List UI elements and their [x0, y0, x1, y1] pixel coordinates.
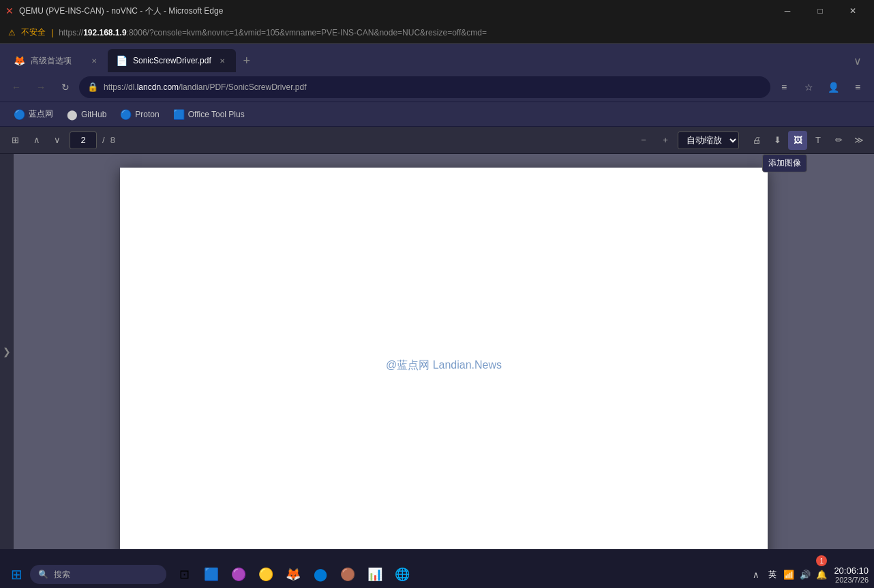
bookmarks-bar: 🔵 蓝点网 ⬤ GitHub 🔵 Proton 🟦 Office Tool Pl…: [0, 102, 874, 127]
insecure-label: 不安全: [21, 27, 46, 38]
settings-button[interactable]: ≡: [847, 76, 869, 98]
taskbar-app-terminal[interactable]: 🟤: [335, 562, 360, 587]
tab-close-pdf[interactable]: ✕: [217, 55, 228, 66]
pdf-page-input[interactable]: [70, 131, 97, 149]
bookmark-label-office: Office Tool Plus: [188, 110, 245, 119]
pdf-zoom-out[interactable]: −: [634, 131, 653, 150]
taskbar-app-fileexplorer[interactable]: 🟦: [199, 562, 224, 587]
clock-time: 20:06:10: [834, 566, 869, 576]
pdf-watermark: @蓝点网 Landian.News: [386, 358, 502, 373]
address-bar[interactable]: 🔒 https://dl.lancdn.com/landian/PDF/Soni…: [79, 76, 770, 98]
pdf-download-button[interactable]: ⬇: [768, 131, 787, 150]
window-controls: ─ □ ✕: [772, 0, 869, 22]
back-button[interactable]: ←: [5, 76, 27, 98]
taskbar: ⊞ 🔍 搜索 ⊡ 🟦 🟣 🟡 🦊 ⬤ 🟤 📊 🌐 ∧ 英 📶 🔊 🔔 1 20:…: [0, 561, 874, 588]
bookmark-icon-github: ⬤: [67, 109, 78, 120]
separator: |: [51, 28, 53, 37]
main-content-area: ❯ @蓝点网 Landian.News: [0, 154, 874, 549]
taskbar-app-monitor[interactable]: 📊: [363, 562, 387, 587]
tab-icon-firefox: 🦊: [14, 55, 25, 66]
bookmark-icon-landianzhan: 🔵: [14, 109, 25, 120]
bookmark-label-landianzhan: 蓝点网: [29, 108, 53, 120]
search-placeholder: 搜索: [54, 569, 70, 581]
nav-actions: ≡ ☆ 👤 ≡: [773, 76, 869, 98]
taskbar-apps: ⊡ 🟦 🟣 🟡 🦊 ⬤ 🟤 📊 🌐: [172, 562, 415, 587]
search-bar[interactable]: 🔍 搜索: [30, 565, 166, 584]
systray-chevron[interactable]: ∧: [749, 568, 763, 581]
nav-bar: ← → ↻ 🔒 https://dl.lancdn.com/landian/PD…: [0, 72, 874, 102]
search-icon: 🔍: [38, 570, 48, 579]
language-indicator[interactable]: 英: [766, 569, 779, 581]
title-bar: ✕ QEMU (PVE-INS-CAN) - noVNC - 个人 - Micr…: [0, 0, 874, 22]
systray-notification[interactable]: 🔔 1: [815, 568, 828, 581]
bookmark-label-proton: Proton: [135, 110, 159, 119]
add-image-tooltip: 添加图像: [762, 154, 807, 172]
lock-icon: 🔒: [87, 82, 98, 92]
system-tray: ∧ 英 📶 🔊 🔔 1: [749, 568, 828, 581]
side-panel-toggle[interactable]: ❯: [0, 154, 14, 549]
pdf-page-total: 8: [110, 135, 115, 145]
bookmark-office-tool[interactable]: 🟦 Office Tool Plus: [168, 106, 250, 123]
window-title: QEMU (PVE-INS-CAN) - noVNC - 个人 - Micros…: [19, 5, 766, 17]
minimize-button[interactable]: ─: [772, 0, 803, 22]
pdf-zoom-select[interactable]: 自动缩放 50% 75% 100% 125% 150%: [678, 131, 739, 149]
forward-button[interactable]: →: [30, 76, 52, 98]
warning-url: https://192.168.1.9:8006/?console=kvm&no…: [59, 28, 487, 37]
maximize-button[interactable]: □: [804, 0, 836, 22]
tab-bar: 🦊 高级首选项 ✕ 📄 SonicScrewDriver.pdf ✕ + ∨: [0, 44, 874, 72]
taskbar-app-folder[interactable]: 🟡: [254, 562, 278, 587]
tab-icon-pdf: 📄: [116, 55, 127, 66]
taskbar-app-videocall[interactable]: 🟣: [226, 562, 251, 587]
bookmark-github[interactable]: ⬤ GitHub: [61, 106, 112, 123]
notification-badge: 1: [816, 555, 827, 566]
pdf-text-select-button[interactable]: T: [809, 131, 828, 150]
taskbar-app-browser2[interactable]: ⬤: [308, 562, 333, 587]
pdf-draw-button[interactable]: ✏: [829, 131, 848, 150]
systray-speaker[interactable]: 🔊: [798, 568, 812, 581]
refresh-button[interactable]: ↻: [55, 76, 76, 98]
pdf-toolbar: ⊞ ∧ ∨ / 8 − + 自动缩放 50% 75% 100% 125% 150…: [0, 127, 874, 154]
pdf-content: @蓝点网 Landian.News: [14, 154, 874, 549]
favorite-button[interactable]: ☆: [798, 76, 819, 98]
pdf-page-separator: /: [100, 135, 108, 145]
taskbar-clock[interactable]: 20:06:10 2023/7/26: [834, 566, 869, 584]
pdf-action-buttons: 🖨 ⬇ 🖼 添加图像 T ✏ ≫: [747, 131, 869, 150]
pdf-more-tools-button[interactable]: ≫: [849, 131, 869, 150]
pdf-sidebar-toggle[interactable]: ⊞: [5, 131, 25, 150]
new-tab-button[interactable]: +: [236, 49, 258, 72]
bookmark-label-github: GitHub: [81, 110, 106, 119]
pdf-print-button[interactable]: 🖨: [747, 131, 766, 150]
tab-more-button[interactable]: ∨: [847, 49, 869, 72]
systray-network[interactable]: 📶: [782, 568, 796, 581]
profile-button[interactable]: 👤: [822, 76, 844, 98]
taskbar-app-taskview[interactable]: ⊡: [172, 562, 196, 587]
start-button[interactable]: ⊞: [5, 563, 27, 585]
tab-pdf[interactable]: 📄 SonicScrewDriver.pdf ✕: [108, 49, 236, 72]
pdf-next-page[interactable]: ∨: [48, 131, 67, 150]
pdf-zoom-area: − + 自动缩放 50% 75% 100% 125% 150%: [634, 131, 739, 150]
tab-advanced-prefs[interactable]: 🦊 高级首选项 ✕: [5, 49, 108, 72]
bookmark-landianzhan[interactable]: 🔵 蓝点网: [8, 106, 59, 123]
pdf-nav-buttons: ∧ ∨: [27, 131, 67, 150]
bookmark-proton[interactable]: 🔵 Proton: [115, 106, 164, 123]
taskbar-app-edge[interactable]: 🌐: [390, 562, 415, 587]
bookmark-icon-office: 🟦: [173, 109, 185, 120]
taskbar-app-firefox[interactable]: 🦊: [281, 562, 305, 587]
address-url: https://dl.lancdn.com/landian/PDF/SonicS…: [104, 82, 307, 92]
close-button[interactable]: ✕: [837, 0, 869, 22]
warning-bar: ⚠ 不安全 | https://192.168.1.9:8006/?consol…: [0, 22, 874, 44]
browser-icon: ✕: [5, 5, 14, 16]
tab-close-advanced[interactable]: ✕: [89, 55, 100, 66]
tab-label-pdf: SonicScrewDriver.pdf: [133, 56, 211, 65]
clock-date: 2023/7/26: [834, 576, 869, 584]
pdf-page: @蓝点网 Landian.News: [120, 168, 768, 549]
bookmark-icon-proton: 🔵: [120, 109, 132, 120]
reader-mode-button[interactable]: ≡: [773, 76, 795, 98]
tab-label-advanced: 高级首选项: [31, 55, 83, 67]
taskbar-right: ∧ 英 📶 🔊 🔔 1 20:06:10 2023/7/26: [749, 566, 869, 584]
warning-icon: ⚠: [8, 28, 16, 37]
pdf-prev-page[interactable]: ∧: [27, 131, 46, 150]
pdf-zoom-in[interactable]: +: [656, 131, 675, 150]
pdf-add-image-button[interactable]: 🖼 添加图像: [788, 131, 807, 150]
